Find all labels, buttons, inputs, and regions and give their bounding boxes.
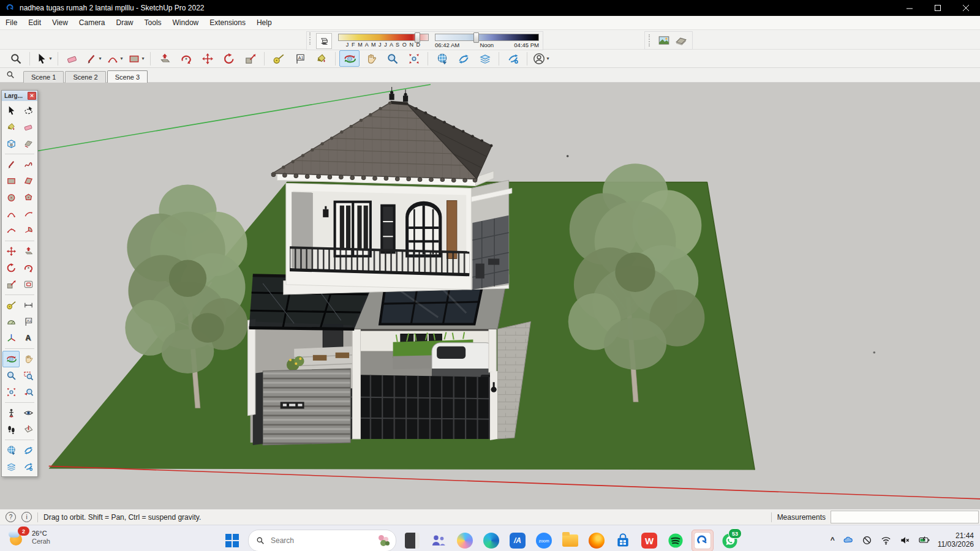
palette-tool-eraser[interactable] [20, 119, 37, 135]
palette-tool-orbit[interactable] [2, 351, 20, 367]
palette-tool-axes[interactable] [2, 330, 20, 347]
palette-tool-offset[interactable] [20, 276, 37, 293]
close-button[interactable] [952, 0, 980, 16]
palette-tool-pie[interactable] [20, 222, 37, 239]
scale-tool-button[interactable] [240, 50, 260, 67]
palette-title-bar[interactable]: Larg... ✕ [2, 91, 37, 101]
palette-tool-rotated-rectangle[interactable] [20, 173, 37, 189]
palette-tool-push-pull[interactable] [20, 243, 37, 260]
tab-scene-1[interactable]: Scene 1 [23, 71, 64, 83]
onedrive-icon[interactable] [843, 534, 854, 545]
taskbar-app-microsoft-store[interactable] [612, 530, 633, 551]
pan-tool-button[interactable] [361, 50, 381, 67]
taskbar-clock[interactable]: 21:44 11/03/2026 [938, 531, 974, 549]
text-tool-button[interactable] [290, 50, 310, 67]
viewport[interactable]: Larg... ✕ [0, 83, 980, 509]
toolbar-grip[interactable] [649, 34, 652, 47]
palette-tool-extension-warehouse[interactable] [20, 459, 37, 475]
taskbar-app-photos[interactable] [402, 530, 423, 551]
palette-tool-position-camera[interactable] [2, 405, 20, 421]
palette-tool-tape-measure[interactable] [2, 297, 20, 313]
palette-tool-text[interactable] [20, 313, 37, 330]
orbit-tool-button[interactable] [339, 50, 360, 67]
search-input[interactable] [270, 536, 371, 545]
account-dropdown-caret[interactable]: ▾ [546, 56, 549, 61]
palette-tool-lasso-select[interactable] [20, 102, 37, 119]
toggle-terrain-button[interactable] [673, 32, 690, 48]
info-icon[interactable]: i [21, 512, 32, 522]
palette-tool-dimension[interactable] [20, 297, 37, 313]
palette-tool-zoom-previous[interactable] [20, 384, 37, 400]
palette-tool-scale[interactable] [2, 276, 20, 293]
toolbar-grip[interactable] [309, 32, 313, 45]
palette-tool-arc[interactable] [20, 206, 37, 222]
model-scene[interactable] [0, 83, 980, 509]
taskbar-app-edge[interactable] [481, 530, 502, 551]
start-button[interactable] [222, 530, 243, 551]
palette-tool-protractor[interactable] [2, 313, 20, 330]
rectangle-dropdown-caret[interactable]: ▾ [141, 56, 144, 61]
maximize-button[interactable] [924, 0, 952, 16]
taskbar-app-spotify[interactable] [665, 530, 686, 551]
palette-tool-freehand[interactable] [20, 156, 37, 173]
palette-tool-tag[interactable] [20, 135, 37, 152]
line-tool-button[interactable]: ▾ [83, 50, 104, 67]
palette-tool-share-model[interactable] [20, 442, 37, 459]
palette-tool-paint-bucket[interactable] [2, 119, 20, 135]
palette-tool-three-point-arc[interactable] [2, 222, 20, 239]
palette-tool-rotate[interactable] [2, 260, 20, 276]
help-icon[interactable]: ? [6, 512, 16, 522]
date-slider-thumb[interactable] [415, 32, 420, 43]
palette-tool-share-component[interactable] [2, 459, 20, 475]
taskbar-search[interactable] [248, 530, 396, 551]
volume-muted-icon[interactable] [900, 534, 911, 545]
arc-dropdown-caret[interactable]: ▾ [120, 56, 123, 61]
menu-tools[interactable]: Tools [139, 18, 167, 27]
palette-tool-select[interactable] [2, 102, 20, 119]
menu-view[interactable]: View [47, 18, 74, 27]
zoom-extents-button[interactable] [404, 50, 424, 67]
palette-tool-zoom-extents[interactable] [2, 384, 20, 400]
taskbar-app-zoom[interactable]: zoom [533, 530, 554, 551]
palette-tool-follow-me[interactable] [20, 260, 37, 276]
wifi-icon[interactable] [881, 534, 892, 545]
minimize-button[interactable] [895, 0, 924, 16]
arc-tool-button[interactable]: ▾ [105, 50, 125, 67]
palette-tool-zoom-window[interactable] [20, 367, 37, 384]
palette-tool-zoom[interactable] [2, 367, 20, 384]
menu-camera[interactable]: Camera [74, 18, 111, 27]
select-dropdown-caret[interactable]: ▾ [49, 56, 51, 61]
palette-tool-polygon[interactable] [20, 189, 37, 206]
move-tool-button[interactable] [197, 50, 217, 67]
shadow-time-slider[interactable]: 06:42 AM Noon 04:45 PM [435, 32, 539, 48]
palette-tool-pan[interactable] [20, 351, 37, 367]
follow-me-tool-button[interactable] [176, 50, 196, 67]
weather-widget[interactable]: 2 26°C Cerah [9, 528, 50, 547]
taskbar-app-ia[interactable]: /A [507, 530, 528, 551]
scene-search-icon[interactable] [6, 70, 15, 80]
search-tool-button[interactable] [6, 50, 26, 67]
taskbar-app-sketchup-active[interactable] [692, 530, 714, 551]
tray-chevron-up-icon[interactable]: ^ [831, 536, 835, 544]
palette-tool-section-plane[interactable] [20, 421, 37, 438]
taskbar-app-wps-office[interactable]: W [639, 530, 660, 551]
3d-warehouse-button[interactable] [432, 50, 452, 67]
palette-tool-rectangle[interactable] [2, 173, 20, 189]
palette-tool-line[interactable] [2, 156, 20, 173]
menu-window[interactable]: Window [167, 18, 205, 27]
do-not-disturb-icon[interactable] [862, 534, 873, 545]
menu-edit[interactable]: Edit [23, 18, 47, 27]
share-component-button[interactable] [475, 50, 495, 67]
taskbar-app-firefox[interactable] [586, 530, 607, 551]
photo-textures-button[interactable] [655, 32, 673, 48]
taskbar-app-copilot[interactable] [454, 530, 475, 551]
palette-tool-look-around[interactable] [20, 405, 37, 421]
shadow-date-slider[interactable]: J F M A M J J A S O N D [338, 32, 429, 48]
shadows-toggle-button[interactable] [316, 33, 332, 49]
menu-file[interactable]: File [0, 18, 23, 27]
extension-warehouse-button[interactable] [503, 50, 523, 67]
rotate-tool-button[interactable] [219, 50, 239, 67]
palette-tool-make-component[interactable] [2, 135, 20, 152]
menu-extensions[interactable]: Extensions [204, 18, 251, 27]
palette-tool-3d-text[interactable] [20, 330, 37, 347]
